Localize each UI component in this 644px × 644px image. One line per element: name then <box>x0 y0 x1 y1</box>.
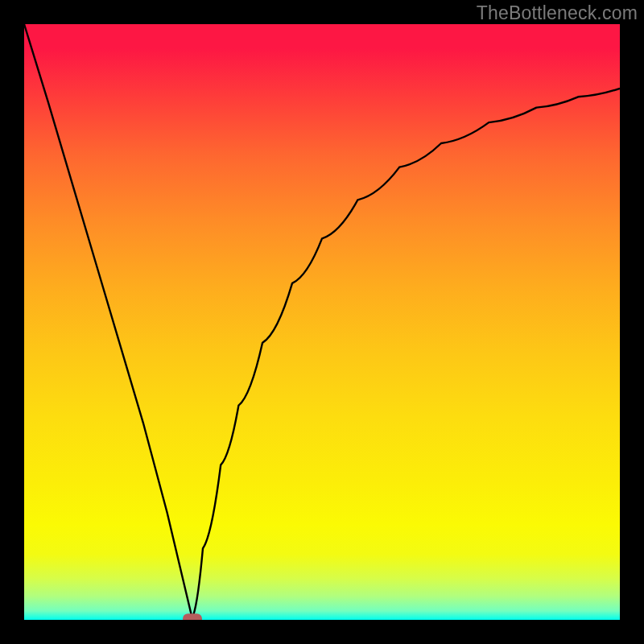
plot-area <box>24 24 620 620</box>
bottleneck-curve <box>24 24 620 620</box>
minimum-marker <box>183 613 202 620</box>
outer-frame: TheBottleneck.com <box>0 0 644 644</box>
watermark-text: TheBottleneck.com <box>477 2 638 24</box>
